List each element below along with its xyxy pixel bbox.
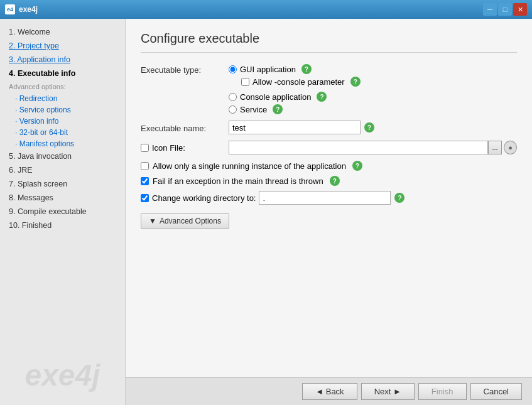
sidebar-item-project-type[interactable]: 2. Project type bbox=[0, 39, 125, 53]
window-controls: ─ □ ✕ bbox=[483, 3, 527, 16]
sidebar-advanced-options-header: Advanced options: bbox=[0, 80, 125, 93]
icon-file-label: Icon File: bbox=[141, 143, 229, 153]
advanced-options-button[interactable]: ▼ Advanced Options bbox=[141, 213, 229, 229]
sidebar-item-32-64-bit[interactable]: · 32-bit or 64-bit bbox=[0, 127, 125, 138]
cancel-button[interactable]: Cancel bbox=[470, 383, 522, 400]
sidebar-item-java-invocation[interactable]: 5. Java invocation bbox=[0, 149, 125, 163]
sidebar-item-splash-screen[interactable]: 7. Splash screen bbox=[0, 177, 125, 191]
single-instance-checkbox[interactable] bbox=[141, 162, 149, 170]
minimize-button[interactable]: ─ bbox=[483, 3, 497, 16]
sidebar-item-exec-info[interactable]: 4. Executable info bbox=[0, 67, 125, 80]
footer: ◄ Back Next ► Finish Cancel bbox=[126, 377, 532, 405]
executable-name-row: Executable name: ? bbox=[141, 121, 517, 134]
service-radio-row: Service ? bbox=[229, 104, 361, 114]
icon-file-clear-button[interactable]: ● bbox=[504, 141, 517, 154]
executable-type-controls: GUI application ? Allow -console paramet… bbox=[229, 64, 361, 114]
console-radio[interactable] bbox=[229, 93, 237, 101]
fail-exception-label: Fail if an exception in the main thread … bbox=[153, 176, 323, 186]
working-dir-row: Change working directory to: ? bbox=[141, 191, 517, 205]
allow-console-label: Allow -console parameter bbox=[252, 77, 345, 87]
sidebar-item-manifest-options[interactable]: · Manifest options bbox=[0, 138, 125, 149]
advanced-options-arrow-icon: ▼ bbox=[149, 217, 156, 225]
gui-help-icon[interactable]: ? bbox=[301, 64, 312, 74]
sidebar-item-finished[interactable]: 10. Finished bbox=[0, 219, 125, 232]
service-help-icon[interactable]: ? bbox=[273, 104, 283, 114]
sidebar-item-messages[interactable]: 8. Messages bbox=[0, 191, 125, 205]
fail-exception-checkbox[interactable] bbox=[141, 177, 149, 185]
content-area: Configure executable Executable type: GU… bbox=[126, 19, 532, 405]
icon-file-browse-button[interactable]: ... bbox=[488, 141, 502, 154]
advanced-options-label: Advanced Options bbox=[160, 217, 221, 225]
console-help-icon[interactable]: ? bbox=[317, 92, 327, 102]
maximize-button[interactable]: □ bbox=[498, 3, 512, 16]
content-main: Configure executable Executable type: GU… bbox=[126, 19, 532, 377]
sidebar-item-compile-exe[interactable]: 9. Compile executable bbox=[0, 205, 125, 219]
sidebar-item-version-info[interactable]: · Version info bbox=[0, 116, 125, 127]
working-dir-input[interactable] bbox=[259, 191, 391, 205]
executable-type-row: Executable type: GUI application ? Allow… bbox=[141, 64, 517, 114]
sidebar: 1. Welcome 2. Project type 3. Applicatio… bbox=[0, 19, 126, 405]
console-radio-label: Console application bbox=[240, 92, 311, 102]
executable-name-input[interactable] bbox=[229, 121, 361, 134]
fail-exception-help-icon[interactable]: ? bbox=[330, 176, 340, 186]
finish-label: Finish bbox=[432, 387, 453, 396]
app-icon: e4 bbox=[5, 4, 15, 14]
close-button[interactable]: ✕ bbox=[513, 3, 527, 16]
cancel-label: Cancel bbox=[484, 387, 509, 396]
working-dir-label: Change working directory to: bbox=[152, 193, 256, 203]
icon-file-input[interactable] bbox=[229, 141, 488, 154]
allow-console-row: Allow -console parameter ? bbox=[241, 77, 361, 87]
executable-name-label: Executable name: bbox=[141, 122, 229, 133]
single-instance-label: Allow only a single running instance of … bbox=[153, 161, 346, 171]
gui-radio[interactable] bbox=[229, 65, 237, 73]
fail-on-exception-row: Fail if an exception in the main thread … bbox=[141, 176, 517, 186]
console-radio-row: Console application ? bbox=[229, 92, 361, 102]
working-dir-help-icon[interactable]: ? bbox=[394, 193, 404, 203]
allow-console-checkbox[interactable] bbox=[241, 78, 249, 86]
next-label: Next ► bbox=[374, 387, 401, 396]
back-button[interactable]: ◄ Back bbox=[302, 383, 357, 400]
gui-radio-label: GUI application bbox=[240, 65, 296, 74]
exe-name-help-icon[interactable]: ? bbox=[364, 122, 374, 132]
next-button[interactable]: Next ► bbox=[361, 383, 415, 400]
back-label: ◄ Back bbox=[315, 387, 344, 396]
page-title: Configure executable bbox=[141, 31, 517, 53]
allow-console-help-icon[interactable]: ? bbox=[350, 77, 361, 87]
single-instance-help-icon[interactable]: ? bbox=[352, 161, 362, 171]
service-radio[interactable] bbox=[229, 105, 237, 114]
title-bar: e4 exe4j ─ □ ✕ bbox=[0, 0, 532, 19]
watermark: exe4j bbox=[24, 358, 100, 392]
sidebar-item-redirection[interactable]: · Redirection bbox=[0, 93, 125, 104]
sidebar-item-jre[interactable]: 6. JRE bbox=[0, 163, 125, 177]
finish-button[interactable]: Finish bbox=[418, 383, 467, 400]
sidebar-item-app-info[interactable]: 3. Application info bbox=[0, 53, 125, 67]
icon-file-checkbox[interactable] bbox=[141, 144, 149, 152]
gui-radio-row: GUI application ? bbox=[229, 64, 361, 74]
service-radio-label: Service bbox=[240, 105, 267, 114]
sidebar-item-service-options[interactable]: · Service options bbox=[0, 104, 125, 116]
window-title: exe4j bbox=[19, 5, 38, 14]
main-container: 1. Welcome 2. Project type 3. Applicatio… bbox=[0, 19, 532, 405]
icon-file-row: Icon File: ... ● bbox=[141, 141, 517, 154]
executable-type-label: Executable type: bbox=[141, 64, 229, 75]
icon-file-label-text: Icon File: bbox=[152, 143, 185, 153]
single-instance-row: Allow only a single running instance of … bbox=[141, 161, 517, 171]
sidebar-item-welcome[interactable]: 1. Welcome bbox=[0, 25, 125, 39]
working-dir-checkbox[interactable] bbox=[141, 194, 149, 202]
